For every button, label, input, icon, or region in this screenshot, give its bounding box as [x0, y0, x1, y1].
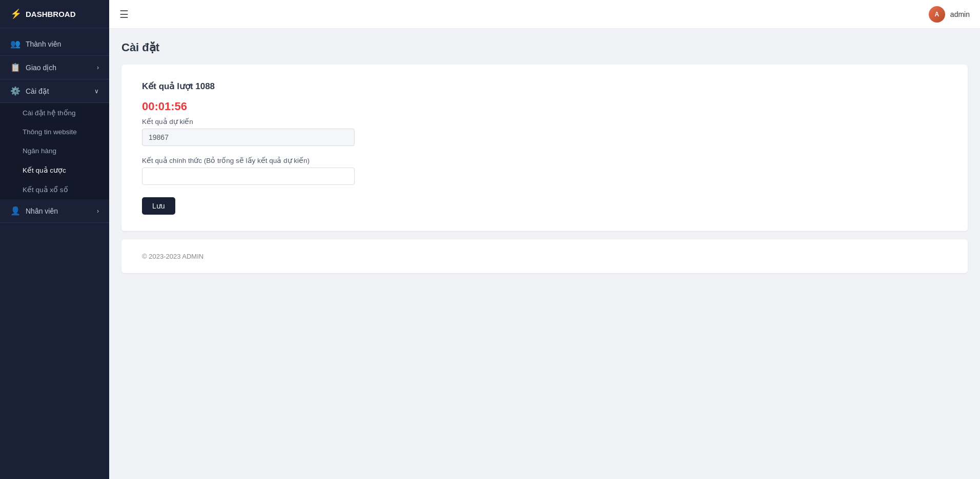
cai-dat-submenu: Cài đặt hệ thống Thông tin website Ngân …: [0, 103, 109, 199]
main-area: ☰ A admin Cài đặt Kết quả lượt 1088 00:0…: [109, 0, 980, 479]
expected-label: Kết quả dự kiến: [142, 117, 947, 126]
sidebar-item-label-cai-dat: Cài đặt: [26, 87, 49, 95]
settings-icon: ⚙️: [10, 86, 21, 96]
hamburger-button[interactable]: ☰: [119, 8, 129, 20]
sidebar-item-nhan-vien[interactable]: 👤 Nhân viên ›: [0, 199, 109, 223]
sidebar-logo-label: DASHBROAD: [26, 10, 76, 18]
copyright-text: © 2023-2023 ADMIN: [142, 253, 203, 260]
admin-avatar: A: [929, 6, 945, 23]
footer-card: © 2023-2023 ADMIN: [121, 239, 968, 273]
chevron-down-icon: ∨: [94, 88, 99, 95]
content-area: Cài đặt Kết quả lượt 1088 00:01:56 Kết q…: [109, 29, 980, 479]
sidebar-subitem-ket-qua-xo-so[interactable]: Kết quả xổ số: [0, 180, 109, 199]
sidebar-item-thanh-vien[interactable]: 👥 Thành viên: [0, 32, 109, 56]
bolt-icon: ⚡: [10, 8, 22, 19]
users-icon: 👥: [10, 39, 21, 49]
employee-icon: 👤: [10, 206, 21, 216]
result-card: Kết quả lượt 1088 00:01:56 Kết quả dự ki…: [121, 65, 968, 231]
transaction-icon: 📋: [10, 63, 21, 72]
sidebar: ⚡ DASHBROAD 👥 Thành viên 📋 Giao dịch › ⚙…: [0, 0, 109, 479]
official-result-input[interactable]: [142, 168, 355, 185]
sidebar-item-label-giao-dich: Giao dịch: [26, 64, 56, 72]
sidebar-subitem-thong-tin-website[interactable]: Thông tin website: [0, 122, 109, 141]
sidebar-subitem-cai-dat-he-thong[interactable]: Cài đặt hệ thống: [0, 103, 109, 122]
chevron-right-icon: ›: [97, 64, 99, 71]
expected-result-input[interactable]: [142, 129, 355, 146]
sidebar-navigation: 👥 Thành viên 📋 Giao dịch › ⚙️ Cài đặt ∨ …: [0, 28, 109, 479]
sidebar-subitem-ngan-hang[interactable]: Ngân hàng: [0, 141, 109, 160]
sidebar-item-label-nhan-vien: Nhân viên: [26, 207, 58, 215]
admin-name: admin: [950, 10, 970, 18]
topbar: ☰ A admin: [109, 0, 980, 29]
official-label: Kết quả chính thức (Bỏ trống sẽ lấy kết …: [142, 156, 947, 164]
sidebar-item-cai-dat[interactable]: ⚙️ Cài đặt ∨: [0, 79, 109, 103]
result-title: Kết quả lượt 1088: [142, 81, 947, 92]
page-title: Cài đặt: [121, 41, 968, 54]
sidebar-logo[interactable]: ⚡ DASHBROAD: [0, 0, 109, 28]
save-button[interactable]: Lưu: [142, 197, 175, 215]
sidebar-item-giao-dich[interactable]: 📋 Giao dịch ›: [0, 56, 109, 79]
sidebar-item-label-thanh-vien: Thành viên: [26, 40, 61, 48]
countdown-timer: 00:01:56: [142, 100, 947, 113]
sidebar-subitem-ket-qua-cuoc[interactable]: Kết quả cược: [0, 160, 109, 180]
chevron-right-icon-nhan-vien: ›: [97, 207, 99, 215]
